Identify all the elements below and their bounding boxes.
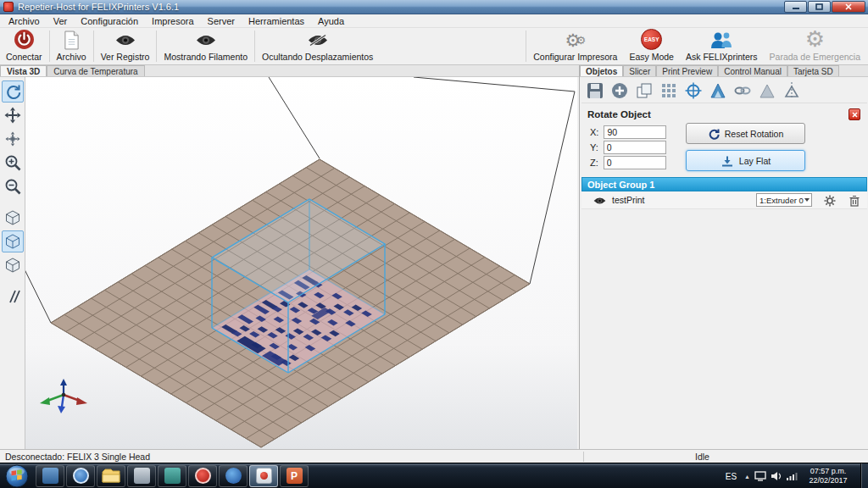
object-row-testprint[interactable]: testPrint 1:Extruder 0: [581, 191, 867, 209]
rotate-x-input[interactable]: [604, 125, 666, 139]
right-panel-tabs: Objetos Slicer Print Preview Control Man…: [580, 65, 868, 77]
eye-off-icon: [308, 30, 328, 50]
toggle-travel-button[interactable]: Ocultando Desplazamientos: [256, 28, 379, 64]
copy-object-button[interactable]: [633, 80, 655, 102]
add-object-icon: [610, 81, 629, 100]
menu-configuracion[interactable]: Configuración: [74, 15, 145, 27]
tray-network-icon[interactable]: [786, 471, 798, 481]
rotate-x-label: X:: [590, 127, 598, 137]
taskbar-icon-blue-app[interactable]: [36, 465, 64, 487]
close-button[interactable]: [832, 1, 865, 13]
maximize-button[interactable]: [808, 1, 831, 13]
tab-objetos[interactable]: Objetos: [580, 65, 623, 76]
parallel-projection-icon: [4, 288, 21, 305]
taskbar-icon-blue-f-app[interactable]: [219, 465, 248, 487]
reset-rotation-button[interactable]: Reset Rotation: [686, 123, 805, 144]
rotate-view-button[interactable]: [2, 80, 24, 103]
easy-mode-button[interactable]: EASY Easy Mode: [623, 28, 680, 64]
minimize-button[interactable]: [784, 1, 807, 13]
tray-expand-icon[interactable]: ▲: [744, 474, 750, 480]
taskbar-icon-media-player[interactable]: [66, 465, 95, 487]
taskbar-icon-gray-app[interactable]: [127, 465, 156, 487]
delete-object-button[interactable]: [849, 195, 860, 208]
menu-server[interactable]: Server: [201, 15, 242, 27]
move-view-button[interactable]: [2, 104, 24, 126]
scale-object-button[interactable]: [707, 80, 729, 102]
zoom-in-button[interactable]: [2, 152, 24, 174]
lay-flat-tool-icon: [782, 81, 801, 100]
cut-object-icon: [758, 81, 776, 100]
tab-tarjeta-sd[interactable]: Tarjeta SD: [787, 65, 839, 76]
file-icon: [64, 30, 80, 50]
emergency-stop-button[interactable]: ⚙ Parada de Emergencia: [764, 28, 866, 64]
object-settings-button[interactable]: [824, 195, 836, 208]
desktop: Repetier-Host for FELIXPrinters V1.6.1 A…: [0, 0, 868, 488]
rotate-y-input[interactable]: [604, 141, 666, 154]
tray-volume-icon[interactable]: [771, 471, 782, 481]
language-indicator[interactable]: ES: [722, 470, 740, 483]
toggle-log-button[interactable]: Ver Registro: [95, 28, 156, 64]
menu-impresora[interactable]: Impresora: [145, 15, 201, 27]
reset-rotation-label: Reset Rotation: [725, 129, 783, 139]
rotate-object-icon: [733, 81, 752, 100]
taskbar-icon-repetier-host[interactable]: [249, 465, 278, 487]
view-top-button[interactable]: [2, 207, 24, 229]
tab-vista-3d[interactable]: Vista 3D: [0, 65, 47, 76]
taskbar-icon-folder[interactable]: [97, 465, 125, 487]
lay-flat-tool-button[interactable]: [781, 80, 803, 102]
printer-settings-button[interactable]: ⚙⚙ Configurar Impresora: [527, 28, 623, 64]
lay-flat-button[interactable]: Lay Flat: [686, 150, 805, 171]
extruder-select[interactable]: 1:Extruder 0: [756, 193, 812, 207]
close-icon: [852, 112, 858, 118]
toggle-filament-button[interactable]: Mostrando Filamento: [158, 28, 253, 64]
autoposition-button[interactable]: [658, 80, 680, 102]
menu-ayuda[interactable]: Ayuda: [311, 15, 351, 27]
visibility-eye-icon[interactable]: [593, 197, 606, 207]
people-icon: [710, 30, 732, 50]
folder-icon: [102, 469, 120, 483]
taskbar-icon-powerpoint[interactable]: P: [280, 465, 309, 487]
start-button[interactable]: [5, 464, 29, 488]
move-object-button[interactable]: [2, 128, 24, 150]
add-object-button[interactable]: [609, 80, 631, 102]
taskbar-icon-teal-app[interactable]: [158, 465, 186, 487]
zoom-out-button[interactable]: [2, 175, 24, 197]
copy-object-icon: [635, 81, 654, 100]
tab-print-preview[interactable]: Print Preview: [656, 65, 718, 76]
tab-curva-temperatura[interactable]: Curva de Temperatura: [47, 65, 144, 76]
menu-herramientas[interactable]: Herramientas: [242, 15, 311, 27]
connect-button[interactable]: Conectar: [0, 28, 48, 64]
move-object-icon: [4, 130, 21, 147]
toggle-travel-label: Ocultando Desplazamientos: [262, 52, 373, 62]
taskbar-icon-makerbot[interactable]: [188, 465, 217, 487]
rotate-z-input[interactable]: [604, 156, 666, 169]
menu-ver[interactable]: Ver: [47, 15, 75, 27]
view-front-button[interactable]: [2, 254, 24, 276]
toggle-log-label: Ver Registro: [101, 52, 150, 62]
ask-felixprinters-button[interactable]: Ask FELIXprinters: [680, 28, 764, 64]
tab-slicer[interactable]: Slicer: [623, 65, 656, 76]
viewport-3d[interactable]: [25, 77, 577, 449]
close-rotate-panel-button[interactable]: [849, 108, 860, 120]
toolbar-separator: [526, 30, 526, 62]
save-object-button[interactable]: [584, 80, 606, 102]
show-desktop-button[interactable]: [860, 463, 868, 488]
parallel-projection-button[interactable]: [2, 286, 24, 308]
object-group-header[interactable]: Object Group 1: [581, 177, 867, 191]
status-divider: [583, 452, 584, 462]
tab-control-manual[interactable]: Control Manual: [718, 65, 787, 76]
menu-archivo[interactable]: Archivo: [2, 15, 47, 27]
trash-icon: [849, 195, 860, 207]
load-file-button[interactable]: Archivo: [51, 28, 92, 64]
tray-display-icon[interactable]: [754, 471, 766, 481]
gears-icon: ⚙⚙: [565, 30, 586, 50]
view-iso-button[interactable]: [2, 230, 24, 252]
cut-object-button[interactable]: [756, 80, 778, 102]
gray-app-icon: [134, 468, 150, 484]
taskbar-clock[interactable]: 07:57 p.m. 22/02/2017: [804, 467, 853, 485]
center-object-button[interactable]: [682, 80, 704, 102]
media-player-icon: [73, 468, 89, 484]
status-bar: Desconectado: FELIX 3 Single Head Idle: [0, 449, 868, 463]
rotate-x-row: X:: [590, 125, 666, 139]
rotate-object-button[interactable]: [732, 80, 754, 102]
